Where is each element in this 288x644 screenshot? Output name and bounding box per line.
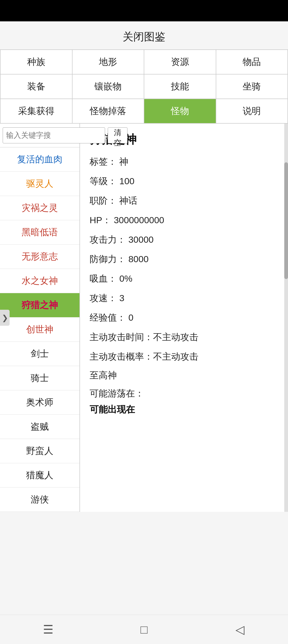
defense-label: 防御力： bbox=[90, 254, 126, 264]
tag-value: 神 bbox=[119, 156, 128, 167]
list-item[interactable]: 灾祸之灵 bbox=[0, 196, 79, 220]
level-value: 100 bbox=[119, 176, 134, 186]
list-item[interactable]: 创世神 bbox=[0, 317, 79, 342]
list-item[interactable]: 游侠 bbox=[0, 488, 79, 512]
stat-hp: HP： 3000000000 bbox=[90, 213, 280, 227]
list-item[interactable]: 盗贼 bbox=[0, 415, 79, 439]
left-panel: 清空 ❯ 复活的血肉 驱灵人 灾祸之灵 黑暗低语 无形意志 水之女神 狩猎之神 … bbox=[0, 124, 80, 512]
tab-monster[interactable]: 怪物 bbox=[144, 99, 216, 124]
search-input[interactable] bbox=[3, 127, 105, 143]
list-item-selected[interactable]: 狩猎之神 bbox=[0, 293, 79, 317]
attack-speed-label: 攻速： bbox=[90, 293, 117, 303]
level-label: 等级： bbox=[90, 176, 117, 186]
lifesteal-label: 吸血： bbox=[90, 273, 117, 284]
stat-rank: 职阶： 神话 bbox=[90, 194, 280, 207]
clear-button[interactable]: 清空 bbox=[108, 127, 127, 143]
active-attack-prob-label: 主动攻击概率： bbox=[90, 351, 153, 362]
spawn-label: 可能出现在 bbox=[90, 403, 280, 416]
defense-value: 8000 bbox=[128, 254, 149, 264]
stat-exp: 经验值： 0 bbox=[90, 311, 280, 324]
scrollbar-track bbox=[284, 124, 288, 512]
list-item[interactable]: 剑士 bbox=[0, 342, 79, 366]
rank-value: 神话 bbox=[119, 195, 137, 206]
bottom-navigation: ☰ □ ◁ bbox=[0, 615, 288, 644]
tab-item[interactable]: 物品 bbox=[216, 50, 288, 74]
list-item[interactable]: 黑暗低语 bbox=[0, 220, 79, 245]
stat-active-attack-time: 主动攻击时间：不主动攻击 bbox=[90, 330, 280, 344]
tab-species[interactable]: 种族 bbox=[1, 50, 73, 74]
stat-level: 等级： 100 bbox=[90, 174, 280, 188]
monster-special: 至高神 bbox=[90, 369, 280, 382]
exp-label: 经验值： bbox=[90, 312, 126, 323]
tab-drop[interactable]: 怪物掉落 bbox=[73, 99, 145, 124]
tab-equipment[interactable]: 装备 bbox=[1, 74, 73, 99]
exp-value: 0 bbox=[128, 312, 133, 323]
tab-grid: 种族 地形 资源 物品 装备 镶嵌物 技能 坐骑 采集获得 怪物掉落 怪物 说明 bbox=[0, 49, 288, 124]
list-item[interactable]: 奥术师 bbox=[0, 390, 79, 415]
stat-tag: 标签： 神 bbox=[90, 155, 280, 168]
right-panel: 狩猎之神 标签： 神 等级： 100 职阶： 神话 HP： 3000000000… bbox=[80, 124, 288, 512]
monster-list: 复活的血肉 驱灵人 灾祸之灵 黑暗低语 无形意志 水之女神 狩猎之神 创世神 剑… bbox=[0, 147, 79, 512]
stat-attack: 攻击力： 30000 bbox=[90, 233, 280, 246]
nav-arrow-left[interactable]: ❯ bbox=[0, 310, 10, 326]
stat-defense: 防御力： 8000 bbox=[90, 252, 280, 266]
back-icon[interactable]: ◁ bbox=[229, 619, 251, 640]
search-bar: 清空 bbox=[0, 124, 79, 147]
list-item[interactable]: 复活的血肉 bbox=[0, 147, 79, 172]
attack-speed-value: 3 bbox=[119, 293, 124, 303]
tab-skill[interactable]: 技能 bbox=[144, 74, 216, 99]
tab-row-2: 装备 镶嵌物 技能 坐骑 bbox=[1, 74, 288, 99]
active-attack-prob-value: 不主动攻击 bbox=[153, 351, 198, 362]
list-item[interactable]: 猎魔人 bbox=[0, 463, 79, 488]
list-item[interactable]: 无形意志 bbox=[0, 245, 79, 269]
stat-lifesteal: 吸血： 0% bbox=[90, 272, 280, 285]
status-bar bbox=[0, 0, 288, 21]
page-title: 关闭图鉴 bbox=[0, 21, 288, 49]
home-icon[interactable]: □ bbox=[133, 619, 155, 640]
list-item[interactable]: 野蛮人 bbox=[0, 439, 79, 463]
list-item[interactable]: 水之女神 bbox=[0, 269, 79, 293]
tag-label: 标签： bbox=[90, 156, 117, 167]
tab-gather[interactable]: 采集获得 bbox=[1, 99, 73, 124]
attack-value: 30000 bbox=[128, 234, 154, 245]
tab-row-1: 种族 地形 资源 物品 bbox=[1, 50, 288, 74]
active-attack-time-label: 主动攻击时间： bbox=[90, 332, 153, 342]
stat-attack-speed: 攻速： 3 bbox=[90, 291, 280, 305]
active-attack-time-value: 不主动攻击 bbox=[153, 332, 198, 342]
list-item[interactable]: 骑士 bbox=[0, 366, 79, 390]
lifesteal-value: 0% bbox=[119, 273, 132, 284]
tab-terrain[interactable]: 地形 bbox=[73, 50, 145, 74]
wander-label: 可能游荡在： bbox=[90, 387, 280, 400]
hp-label: HP： bbox=[90, 215, 111, 225]
scrollbar-thumb[interactable] bbox=[284, 162, 288, 279]
tab-inlay[interactable]: 镶嵌物 bbox=[73, 74, 145, 99]
tab-row-3: 采集获得 怪物掉落 怪物 说明 bbox=[1, 99, 288, 124]
tab-description[interactable]: 说明 bbox=[216, 99, 288, 124]
attack-label: 攻击力： bbox=[90, 234, 126, 245]
stat-active-attack-prob: 主动攻击概率：不主动攻击 bbox=[90, 350, 280, 363]
list-item[interactable]: 驱灵人 bbox=[0, 172, 79, 196]
main-area: 清空 ❯ 复活的血肉 驱灵人 灾祸之灵 黑暗低语 无形意志 水之女神 狩猎之神 … bbox=[0, 124, 288, 512]
hp-value: 3000000000 bbox=[114, 215, 164, 225]
tab-mount[interactable]: 坐骑 bbox=[216, 74, 288, 99]
tab-resource[interactable]: 资源 bbox=[144, 50, 216, 74]
menu-icon[interactable]: ☰ bbox=[37, 619, 59, 640]
rank-label: 职阶： bbox=[90, 195, 117, 206]
